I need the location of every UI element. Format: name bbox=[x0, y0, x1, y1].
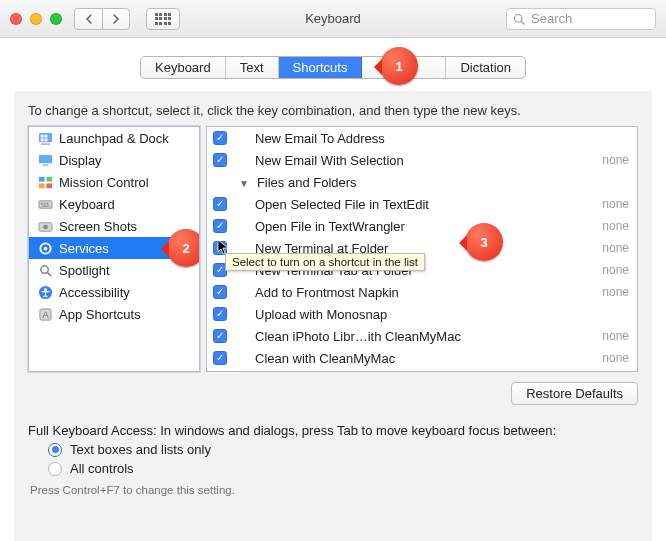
shortcut-label: Upload with Monosnap bbox=[235, 307, 629, 322]
checkbox[interactable] bbox=[213, 285, 227, 299]
checkbox[interactable] bbox=[213, 131, 227, 145]
shortcut-list[interactable]: New Email To Address New Email With Sele… bbox=[206, 126, 638, 372]
sidebar-item-label: Services bbox=[59, 241, 109, 256]
svg-point-20 bbox=[43, 224, 48, 229]
checkbox[interactable] bbox=[213, 219, 227, 233]
tab-dictation[interactable]: Dictation bbox=[446, 57, 525, 78]
traffic-lights bbox=[10, 13, 62, 25]
svg-rect-18 bbox=[41, 205, 49, 206]
svg-rect-6 bbox=[44, 138, 47, 141]
svg-line-1 bbox=[521, 21, 524, 24]
sidebar-item-label: Display bbox=[59, 153, 102, 168]
shortcut-row[interactable]: Add to Frontmost Napkin none bbox=[207, 281, 637, 303]
shortcut-label: Open File in TextWrangler bbox=[235, 219, 594, 234]
shortcut-row[interactable]: Upload with Monosnap bbox=[207, 303, 637, 325]
svg-rect-11 bbox=[46, 176, 52, 181]
instruction-text: To change a shortcut, select it, click t… bbox=[28, 103, 638, 118]
checkbox[interactable] bbox=[213, 153, 227, 167]
display-icon bbox=[37, 152, 53, 168]
chevron-left-icon bbox=[85, 14, 93, 24]
launchpad-icon bbox=[37, 130, 53, 146]
shortcut-value: none bbox=[602, 329, 629, 343]
checkbox[interactable] bbox=[213, 351, 227, 365]
split-view: Launchpad & Dock Display Mission Control… bbox=[28, 126, 638, 372]
shortcut-label: New Email To Address bbox=[235, 131, 629, 146]
app-shortcuts-icon: A bbox=[37, 306, 53, 322]
tab-text[interactable]: Text bbox=[226, 57, 279, 78]
svg-rect-15 bbox=[40, 202, 42, 204]
callout-1: 1 bbox=[380, 47, 418, 85]
svg-rect-7 bbox=[40, 143, 49, 145]
svg-rect-17 bbox=[46, 202, 48, 204]
category-sidebar[interactable]: Launchpad & Dock Display Mission Control… bbox=[28, 126, 200, 372]
radio-label: All controls bbox=[70, 461, 134, 476]
group-label: Files and Folders bbox=[257, 175, 629, 190]
shortcut-group-row[interactable]: ▼ Files and Folders bbox=[207, 171, 637, 193]
radio-label: Text boxes and lists only bbox=[70, 442, 211, 457]
sidebar-item-appshortcuts[interactable]: A App Shortcuts bbox=[29, 303, 199, 325]
svg-rect-5 bbox=[40, 138, 43, 141]
tooltip: Select to turn on a shortcut in the list bbox=[225, 253, 425, 271]
sidebar-item-label: Mission Control bbox=[59, 175, 149, 190]
nav-back-forward bbox=[74, 8, 130, 30]
svg-rect-4 bbox=[44, 134, 47, 137]
shortcuts-pane: To change a shortcut, select it, click t… bbox=[14, 91, 652, 541]
sidebar-item-accessibility[interactable]: Accessibility bbox=[29, 281, 199, 303]
sidebar-item-keyboard[interactable]: Keyboard bbox=[29, 193, 199, 215]
shortcut-row[interactable]: Clean iPhoto Libr…ith CleanMyMac none bbox=[207, 325, 637, 347]
svg-rect-16 bbox=[43, 202, 45, 204]
disclosure-triangle-icon[interactable]: ▼ bbox=[239, 178, 249, 189]
titlebar: Keyboard Search bbox=[0, 0, 666, 38]
restore-defaults-button[interactable]: Restore Defaults bbox=[511, 382, 638, 405]
mission-control-icon bbox=[37, 174, 53, 190]
sidebar-item-label: Accessibility bbox=[59, 285, 130, 300]
search-icon bbox=[513, 13, 525, 25]
camera-icon bbox=[37, 218, 53, 234]
shortcut-value: none bbox=[602, 351, 629, 365]
keyboard-icon bbox=[37, 196, 53, 212]
kbaccess-hint: Press Control+F7 to change this setting. bbox=[30, 484, 638, 496]
back-button[interactable] bbox=[74, 8, 102, 30]
shortcut-value: none bbox=[602, 219, 629, 233]
checkbox[interactable] bbox=[213, 307, 227, 321]
spotlight-icon bbox=[37, 262, 53, 278]
zoom-window-icon[interactable] bbox=[50, 13, 62, 25]
shortcut-value: none bbox=[602, 241, 629, 255]
radio-button[interactable] bbox=[48, 462, 62, 476]
forward-button[interactable] bbox=[102, 8, 130, 30]
minimize-window-icon[interactable] bbox=[30, 13, 42, 25]
sidebar-item-display[interactable]: Display bbox=[29, 149, 199, 171]
shortcut-row[interactable]: Open Selected File in TextEdit none bbox=[207, 193, 637, 215]
checkbox[interactable] bbox=[213, 329, 227, 343]
show-all-prefs-button[interactable] bbox=[146, 8, 180, 30]
shortcut-row[interactable]: New Email With Selection none bbox=[207, 149, 637, 171]
shortcut-row[interactable]: Open File in TextWrangler none bbox=[207, 215, 637, 237]
shortcut-label: Add to Frontmost Napkin bbox=[235, 285, 594, 300]
tab-shortcuts[interactable]: Shortcuts bbox=[279, 57, 363, 78]
accessibility-icon bbox=[37, 284, 53, 300]
tabs-bar: Keyboard Text Shortcuts Input Sources Di… bbox=[0, 38, 666, 79]
sidebar-item-launchpad[interactable]: Launchpad & Dock bbox=[29, 127, 199, 149]
radio-text-boxes[interactable]: Text boxes and lists only bbox=[48, 442, 638, 457]
radio-button[interactable] bbox=[48, 443, 62, 457]
close-window-icon[interactable] bbox=[10, 13, 22, 25]
kbaccess-text: Full Keyboard Access: In windows and dia… bbox=[28, 423, 638, 438]
shortcut-row[interactable]: Clean with CleanMyMac none bbox=[207, 347, 637, 369]
svg-rect-10 bbox=[38, 176, 44, 181]
svg-rect-12 bbox=[38, 183, 44, 188]
shortcut-label: New Email With Selection bbox=[235, 153, 594, 168]
chevron-right-icon bbox=[112, 14, 120, 24]
sidebar-item-mission[interactable]: Mission Control bbox=[29, 171, 199, 193]
shortcut-row[interactable]: New Email To Address bbox=[207, 127, 637, 149]
sidebar-item-label: Spotlight bbox=[59, 263, 110, 278]
sidebar-item-label: App Shortcuts bbox=[59, 307, 141, 322]
search-input[interactable]: Search bbox=[506, 8, 656, 30]
sidebar-item-label: Screen Shots bbox=[59, 219, 137, 234]
callout-3: 3 bbox=[465, 223, 503, 261]
tab-keyboard[interactable]: Keyboard bbox=[141, 57, 226, 78]
checkbox[interactable] bbox=[213, 197, 227, 211]
radio-all-controls[interactable]: All controls bbox=[48, 461, 638, 476]
shortcut-row[interactable]: Erase with CleanMyMac none bbox=[207, 369, 637, 372]
tab-control: Keyboard Text Shortcuts Input Sources Di… bbox=[140, 56, 526, 79]
svg-point-23 bbox=[40, 265, 48, 273]
